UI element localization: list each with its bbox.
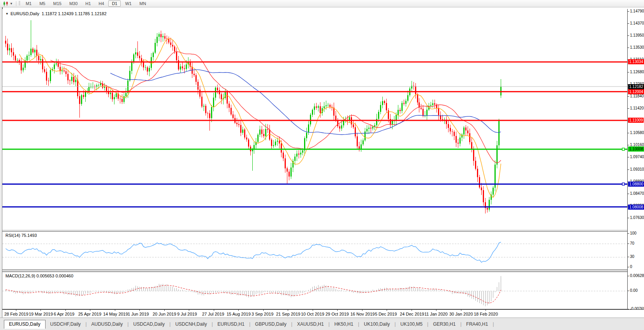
line-price-label: 1.08800 [628,182,644,187]
chart-window: ▼EURUSD,Daily 1.11872 1.12439 1.11785 1.… [2,7,644,318]
date-label: 1 Jun 2019 [128,312,149,316]
axis-tick [628,145,629,145]
tab-xauusd-h1[interactable]: XAUUSD,H1 [292,320,329,328]
date-tick [90,310,90,311]
rsi-axis-label: 70 [630,241,634,245]
date-label: 24 Dec 2019 [400,312,424,316]
axis-tick [628,291,629,291]
tab-hk50-h1[interactable]: HK50,H1 [330,320,358,328]
axis-tick [628,244,629,244]
axis-tick [628,72,629,72]
price-axis[interactable]: 1.147901.143701.139501.135301.131101.126… [627,9,644,309]
chart-tab-bar: EURUSD,DailyUSDCHF,Daily|AUDUSD,Daily|US… [0,318,644,330]
timeframe-button-m30[interactable]: M30 [66,0,81,7]
tab-audusd-daily[interactable]: AUDUSD,Daily [87,320,128,328]
date-tick [263,310,264,311]
macd-canvas[interactable] [2,272,626,309]
price-axis-label: 1.12680 [630,70,644,74]
date-tick [313,310,313,311]
date-label: 3 Sep 2019 [252,312,273,316]
timeframe-button-m15[interactable]: M15 [49,0,65,7]
date-tick [461,310,461,311]
date-label: 29 Oct 2019 [326,312,349,316]
line-price-label: 1.13034 [628,59,644,64]
date-tick [40,310,41,311]
axis-tick [628,108,629,109]
price-axis-label: 1.14790 [630,9,644,13]
axis-tick [628,194,629,194]
tab-eurusd-h1[interactable]: EURUSD,H1 [213,320,249,328]
rsi-pane: RSI(14) 75.1493 [2,231,627,270]
price-axis-label: 1.13530 [630,45,644,49]
line-price-label: 1.08008 [628,205,644,210]
date-tick [362,310,362,311]
axis-tick [628,35,629,36]
date-label: 14 May 2019 [103,312,128,316]
chart-title-ohlc: 1.11872 1.12439 1.11785 1.12182 [42,11,107,16]
tab-ger30-h1[interactable]: GER30,H1 [428,320,460,328]
date-label: 21 Sep 2019 [276,312,300,316]
date-tick [16,310,16,311]
price-axis-label: 1.11840 [630,94,644,98]
timeframe-button-h1[interactable]: H1 [82,0,94,7]
date-tick [387,310,387,311]
date-label: 19 Mar 2019 [29,312,53,316]
tab-fra40-h1[interactable]: FRA40,H1 [461,320,493,328]
price-axis-label: 1.11420 [630,106,644,110]
tab-usdcad-daily[interactable]: USDCAD,Daily [128,320,169,328]
axis-tick [628,257,629,257]
date-label: 30 Jan 2020 [449,312,473,316]
toolbar-grip[interactable] [19,1,20,6]
date-tick [139,310,140,311]
tab-uk100-m5[interactable]: UK100,M5 [396,320,427,328]
timeframe-button-h4[interactable]: H4 [95,0,107,7]
date-tick [412,310,412,311]
macd-pane: MACD(12,26,9) 0.005653 0.000460 [2,272,627,309]
date-label: 11 Jan 2020 [424,312,448,316]
axis-tick [628,218,629,218]
timeframe-button-mn[interactable]: MN [136,0,150,7]
date-tick [65,310,66,311]
chart-title-symbol: EURUSD,Daily [11,11,39,16]
date-label: 10 Oct 2019 [301,312,324,316]
chart-type-icon[interactable] [2,1,9,6]
rsi-axis-label: 30 [630,254,634,259]
axis-tick [628,276,629,276]
date-tick [288,310,288,311]
date-label: 20 Jun 2019 [153,312,176,316]
rsi-axis-label: 0 [630,265,632,269]
date-label: 16 Nov 2019 [350,312,375,316]
line-price-label: 1.10008 [628,146,644,152]
date-tick [238,310,239,311]
date-tick [436,310,436,311]
tab-gbpusd-daily[interactable]: GBPUSD,Daily [250,320,291,328]
date-label: 28 Feb 2019 [4,312,28,316]
timeframe-buttons: M1M5M15M30H1H4D1W1MN [22,0,150,7]
axis-tick [628,96,629,97]
timeframe-button-w1[interactable]: W1 [121,0,135,7]
tab-eurusd-daily[interactable]: EURUSD,Daily [4,320,46,329]
rsi-canvas[interactable] [2,231,626,270]
date-label: 9 Jul 2019 [177,312,197,316]
price-chart-canvas[interactable] [2,9,627,229]
date-axis[interactable]: 28 Feb 201919 Mar 20196 Apr 201925 Apr 2… [2,309,644,318]
rsi-label: RSI(14) 75.1493 [5,233,37,238]
timeframe-button-m5[interactable]: M5 [36,0,49,7]
chart-tab-strip: EURUSD,DailyUSDCHF,Daily|AUDUSD,Daily|US… [4,319,494,328]
title-caret-icon[interactable]: ▼ [5,12,9,16]
timeframe-button-m1[interactable]: M1 [22,0,35,7]
price-axis-label: 1.14370 [630,21,644,25]
dropdown-caret-icon[interactable]: ▼ [10,2,13,5]
date-tick [337,310,338,311]
axis-tick [628,48,629,48]
tab-usdchf-daily[interactable]: USDCHF,Daily [46,320,86,328]
date-label: 18 Feb 2020 [474,312,498,316]
macd-axis-label: 0.00 [630,288,637,293]
tab-uk100-daily[interactable]: UK100,Daily [359,320,395,328]
timeframe-button-d1[interactable]: D1 [108,0,121,7]
tab-usdcnh-daily[interactable]: USDCNH,Daily [171,320,211,328]
axis-tick [628,233,629,234]
axis-tick [628,23,629,24]
price-axis-label: 1.09740 [630,155,644,159]
price-axis-label: 1.08470 [630,191,644,196]
